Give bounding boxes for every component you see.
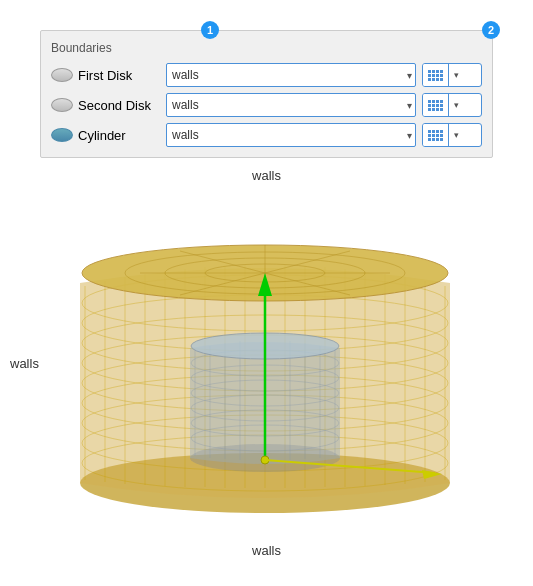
walls-left-label: walls [10, 356, 39, 371]
cylinder-icon [51, 128, 73, 142]
badge-2: 2 [482, 21, 500, 39]
cylinder-select-wrapper: walls inlet outlet symmetry ▾ [166, 123, 416, 147]
boundaries-label: Boundaries [51, 41, 482, 55]
walls-top-label: walls [252, 168, 281, 183]
second-disk-row: Second Disk walls inlet outlet symmetry … [51, 93, 482, 117]
second-disk-select-wrapper: walls inlet outlet symmetry ▾ [166, 93, 416, 117]
first-disk-dropdown-wrapper: walls inlet outlet symmetry ▾ [166, 63, 416, 87]
second-disk-btn-chevron: ▾ [454, 100, 459, 110]
first-disk-icon-btn-group: ▾ [422, 63, 482, 87]
cylinder-row: Cylinder walls inlet outlet symmetry ▾ [51, 123, 482, 147]
cylinder-dropdown-button[interactable]: ▾ [449, 124, 464, 146]
3d-model-container [60, 188, 470, 528]
first-disk-grid-icon [428, 70, 443, 81]
visualization-area: walls walls walls [0, 168, 533, 558]
cylinder-icon-btn-group: ▾ [422, 123, 482, 147]
second-disk-dropdown-wrapper: walls inlet outlet symmetry ▾ [166, 93, 416, 117]
second-disk-label: Second Disk [78, 98, 151, 113]
second-disk-icon-btn-group: ▾ [422, 93, 482, 117]
cylinder-label-group: Cylinder [51, 128, 166, 143]
first-disk-label-group: First Disk [51, 68, 166, 83]
first-disk-label: First Disk [78, 68, 132, 83]
first-disk-btn-chevron: ▾ [454, 70, 459, 80]
cylinder-grid-icon [428, 130, 443, 141]
cylinder-dropdown-wrapper: walls inlet outlet symmetry ▾ [166, 123, 416, 147]
first-disk-icon [51, 68, 73, 82]
walls-bottom-label: walls [252, 543, 281, 558]
first-disk-grid-button[interactable] [423, 64, 448, 86]
cylinder-label: Cylinder [78, 128, 126, 143]
cylinder-grid-button[interactable] [423, 124, 448, 146]
top-panel: Boundaries 1 2 First Disk walls inlet ou… [40, 30, 493, 158]
second-disk-grid-icon [428, 100, 443, 111]
second-disk-label-group: Second Disk [51, 98, 166, 113]
badge-1: 1 [201, 21, 219, 39]
first-disk-select[interactable]: walls inlet outlet symmetry [166, 63, 416, 87]
second-disk-dropdown-button[interactable]: ▾ [449, 94, 464, 116]
second-disk-grid-button[interactable] [423, 94, 448, 116]
cylinder-btn-chevron: ▾ [454, 130, 459, 140]
first-disk-select-wrapper: walls inlet outlet symmetry ▾ [166, 63, 416, 87]
first-disk-dropdown-button[interactable]: ▾ [449, 64, 464, 86]
second-disk-select[interactable]: walls inlet outlet symmetry [166, 93, 416, 117]
cylinder-select[interactable]: walls inlet outlet symmetry [166, 123, 416, 147]
3d-model-svg [60, 188, 470, 528]
second-disk-icon [51, 98, 73, 112]
first-disk-row: First Disk walls inlet outlet symmetry ▾ [51, 63, 482, 87]
